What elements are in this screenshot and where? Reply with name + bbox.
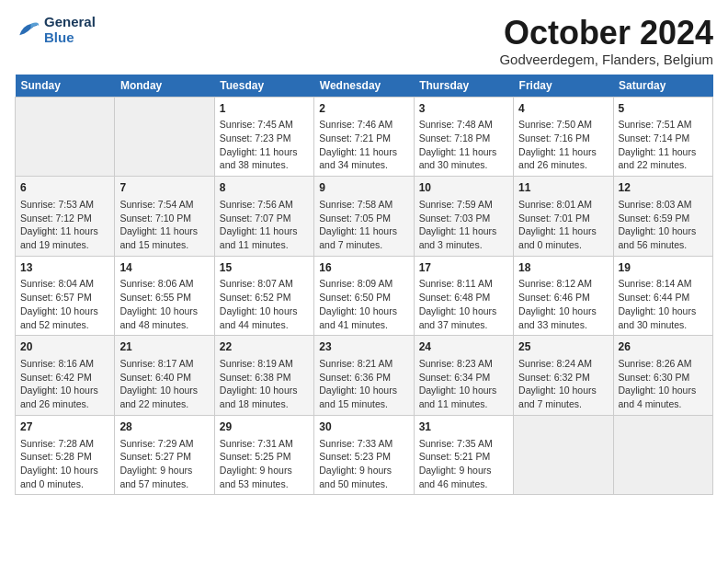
calendar-cell: 30Sunrise: 7:33 AMSunset: 5:23 PMDayligh…	[314, 415, 414, 495]
day-number: 4	[518, 101, 608, 117]
day-number: 9	[319, 180, 408, 196]
day-info: Sunrise: 8:19 AMSunset: 6:38 PMDaylight:…	[220, 357, 309, 411]
calendar-cell: 23Sunrise: 8:21 AMSunset: 6:36 PMDayligh…	[314, 336, 414, 416]
day-info: Sunrise: 7:51 AMSunset: 7:14 PMDaylight:…	[619, 118, 708, 172]
day-number: 28	[119, 419, 209, 435]
calendar-week: 1Sunrise: 7:45 AMSunset: 7:23 PMDaylight…	[16, 97, 713, 177]
calendar-week: 27Sunrise: 7:28 AMSunset: 5:28 PMDayligh…	[16, 415, 713, 495]
logo-icon	[15, 17, 40, 43]
day-info: Sunrise: 8:26 AMSunset: 6:30 PMDaylight:…	[619, 357, 708, 411]
calendar-cell: 7Sunrise: 7:54 AMSunset: 7:10 PMDaylight…	[115, 177, 214, 257]
day-number: 8	[220, 180, 309, 196]
day-info: Sunrise: 8:16 AMSunset: 6:42 PMDaylight:…	[20, 357, 109, 411]
calendar-cell: 21Sunrise: 8:17 AMSunset: 6:40 PMDayligh…	[115, 336, 214, 416]
day-info: Sunrise: 7:33 AMSunset: 5:23 PMDaylight:…	[319, 437, 408, 491]
weekday-header: Saturday	[613, 75, 712, 98]
day-info: Sunrise: 7:45 AMSunset: 7:23 PMDaylight:…	[220, 118, 309, 172]
day-number: 2	[319, 101, 408, 117]
calendar-week: 13Sunrise: 8:04 AMSunset: 6:57 PMDayligh…	[16, 256, 713, 336]
title-block: October 2024 Godveerdegem, Flanders, Bel…	[499, 15, 713, 67]
calendar-cell: 2Sunrise: 7:46 AMSunset: 7:21 PMDaylight…	[314, 97, 414, 177]
calendar-cell	[16, 97, 115, 177]
weekday-header: Monday	[115, 75, 214, 98]
logo-text: General Blue	[44, 15, 96, 45]
calendar-cell	[115, 97, 214, 177]
day-info: Sunrise: 8:17 AMSunset: 6:40 PMDaylight:…	[119, 357, 209, 411]
day-info: Sunrise: 8:12 AMSunset: 6:46 PMDaylight:…	[518, 277, 608, 331]
weekday-header: Wednesday	[314, 75, 414, 98]
day-number: 25	[518, 339, 608, 355]
day-info: Sunrise: 8:03 AMSunset: 6:59 PMDaylight:…	[619, 198, 708, 252]
day-info: Sunrise: 7:53 AMSunset: 7:12 PMDaylight:…	[20, 198, 109, 252]
day-number: 27	[20, 419, 109, 435]
month-title: October 2024	[499, 15, 713, 52]
calendar-cell: 26Sunrise: 8:26 AMSunset: 6:30 PMDayligh…	[613, 336, 712, 416]
logo: General Blue	[15, 15, 96, 45]
calendar-cell: 3Sunrise: 7:48 AMSunset: 7:18 PMDaylight…	[414, 97, 513, 177]
day-number: 10	[419, 180, 508, 196]
day-info: Sunrise: 8:14 AMSunset: 6:44 PMDaylight:…	[619, 277, 708, 331]
calendar-cell: 16Sunrise: 8:09 AMSunset: 6:50 PMDayligh…	[314, 256, 414, 336]
weekday-header: Sunday	[16, 75, 115, 98]
day-number: 19	[619, 260, 708, 276]
day-number: 26	[619, 339, 708, 355]
calendar-cell: 20Sunrise: 8:16 AMSunset: 6:42 PMDayligh…	[16, 336, 115, 416]
day-number: 14	[119, 260, 209, 276]
day-info: Sunrise: 7:59 AMSunset: 7:03 PMDaylight:…	[419, 198, 508, 252]
calendar-cell: 6Sunrise: 7:53 AMSunset: 7:12 PMDaylight…	[16, 177, 115, 257]
calendar-cell: 10Sunrise: 7:59 AMSunset: 7:03 PMDayligh…	[414, 177, 513, 257]
day-info: Sunrise: 8:07 AMSunset: 6:52 PMDaylight:…	[220, 277, 309, 331]
day-info: Sunrise: 8:01 AMSunset: 7:01 PMDaylight:…	[518, 198, 608, 252]
day-info: Sunrise: 8:04 AMSunset: 6:57 PMDaylight:…	[20, 277, 109, 331]
day-number: 24	[419, 339, 508, 355]
calendar-cell	[613, 415, 712, 495]
day-info: Sunrise: 7:31 AMSunset: 5:25 PMDaylight:…	[220, 437, 309, 491]
calendar-cell: 28Sunrise: 7:29 AMSunset: 5:27 PMDayligh…	[115, 415, 214, 495]
day-number: 31	[419, 419, 508, 435]
day-number: 22	[220, 339, 309, 355]
calendar-cell: 31Sunrise: 7:35 AMSunset: 5:21 PMDayligh…	[414, 415, 513, 495]
calendar-cell: 13Sunrise: 8:04 AMSunset: 6:57 PMDayligh…	[16, 256, 115, 336]
day-number: 12	[619, 180, 708, 196]
day-info: Sunrise: 8:21 AMSunset: 6:36 PMDaylight:…	[319, 357, 408, 411]
day-info: Sunrise: 7:35 AMSunset: 5:21 PMDaylight:…	[419, 437, 508, 491]
weekday-header: Tuesday	[214, 75, 313, 98]
day-info: Sunrise: 8:11 AMSunset: 6:48 PMDaylight:…	[419, 277, 508, 331]
header-row: SundayMondayTuesdayWednesdayThursdayFrid…	[16, 75, 713, 98]
calendar-cell: 15Sunrise: 8:07 AMSunset: 6:52 PMDayligh…	[214, 256, 313, 336]
day-info: Sunrise: 7:58 AMSunset: 7:05 PMDaylight:…	[319, 198, 408, 252]
day-number: 20	[20, 339, 109, 355]
calendar-cell: 17Sunrise: 8:11 AMSunset: 6:48 PMDayligh…	[414, 256, 513, 336]
calendar-cell: 5Sunrise: 7:51 AMSunset: 7:14 PMDaylight…	[613, 97, 712, 177]
calendar-week: 20Sunrise: 8:16 AMSunset: 6:42 PMDayligh…	[16, 336, 713, 416]
day-number: 7	[119, 180, 209, 196]
day-info: Sunrise: 7:50 AMSunset: 7:16 PMDaylight:…	[518, 118, 608, 172]
day-info: Sunrise: 7:46 AMSunset: 7:21 PMDaylight:…	[319, 118, 408, 172]
day-info: Sunrise: 8:06 AMSunset: 6:55 PMDaylight:…	[119, 277, 209, 331]
calendar-cell: 12Sunrise: 8:03 AMSunset: 6:59 PMDayligh…	[613, 177, 712, 257]
calendar-week: 6Sunrise: 7:53 AMSunset: 7:12 PMDaylight…	[16, 177, 713, 257]
calendar-cell: 29Sunrise: 7:31 AMSunset: 5:25 PMDayligh…	[214, 415, 313, 495]
calendar-cell: 1Sunrise: 7:45 AMSunset: 7:23 PMDaylight…	[214, 97, 313, 177]
day-number: 6	[20, 180, 109, 196]
calendar-table: SundayMondayTuesdayWednesdayThursdayFrid…	[15, 75, 713, 496]
calendar-cell: 25Sunrise: 8:24 AMSunset: 6:32 PMDayligh…	[514, 336, 613, 416]
day-info: Sunrise: 7:54 AMSunset: 7:10 PMDaylight:…	[119, 198, 209, 252]
calendar-cell: 19Sunrise: 8:14 AMSunset: 6:44 PMDayligh…	[613, 256, 712, 336]
day-info: Sunrise: 8:23 AMSunset: 6:34 PMDaylight:…	[419, 357, 508, 411]
day-number: 21	[119, 339, 209, 355]
weekday-header: Friday	[514, 75, 613, 98]
calendar-cell: 4Sunrise: 7:50 AMSunset: 7:16 PMDaylight…	[514, 97, 613, 177]
day-number: 1	[220, 101, 309, 117]
day-number: 30	[319, 419, 408, 435]
calendar-cell: 27Sunrise: 7:28 AMSunset: 5:28 PMDayligh…	[16, 415, 115, 495]
day-info: Sunrise: 7:56 AMSunset: 7:07 PMDaylight:…	[220, 198, 309, 252]
day-number: 3	[419, 101, 508, 117]
calendar-cell: 14Sunrise: 8:06 AMSunset: 6:55 PMDayligh…	[115, 256, 214, 336]
day-number: 29	[220, 419, 309, 435]
day-number: 16	[319, 260, 408, 276]
day-info: Sunrise: 7:28 AMSunset: 5:28 PMDaylight:…	[20, 437, 109, 491]
day-number: 15	[220, 260, 309, 276]
calendar-cell	[514, 415, 613, 495]
weekday-header: Thursday	[414, 75, 513, 98]
